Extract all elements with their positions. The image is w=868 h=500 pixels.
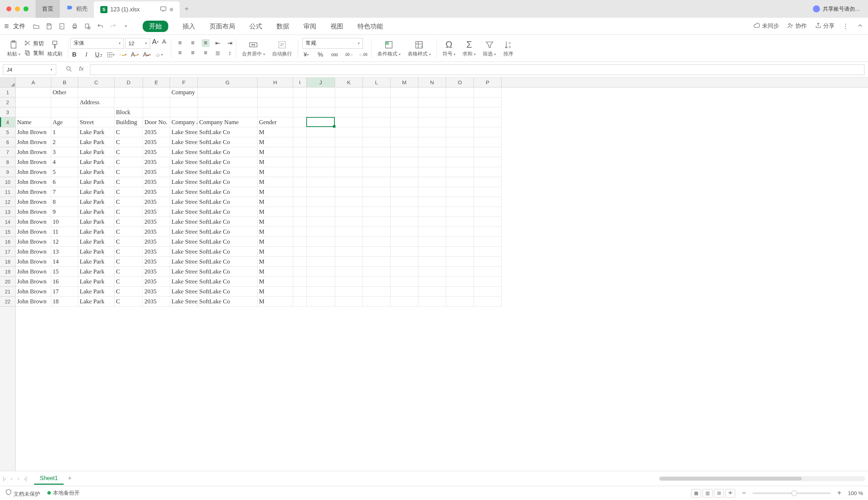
cell-I4[interactable] bbox=[293, 117, 307, 127]
cell-P9[interactable] bbox=[474, 167, 502, 177]
underline-button[interactable]: U▾ bbox=[95, 51, 102, 59]
column-header-F[interactable]: F bbox=[170, 78, 198, 87]
row-header-7[interactable]: 7 bbox=[0, 147, 15, 157]
cell-O7[interactable] bbox=[446, 147, 474, 157]
sort-button[interactable]: 09 排序 bbox=[499, 35, 517, 62]
cell-L11[interactable] bbox=[363, 187, 391, 197]
cell-P1[interactable] bbox=[474, 87, 502, 97]
cell-P3[interactable] bbox=[474, 107, 502, 117]
cell-H1[interactable] bbox=[258, 87, 293, 97]
cell-B1[interactable]: Other bbox=[51, 87, 78, 97]
cell-E6[interactable]: 2035 bbox=[143, 137, 170, 147]
cell-J22[interactable] bbox=[307, 297, 335, 307]
cell-O8[interactable] bbox=[446, 157, 474, 167]
cell-E15[interactable]: 2035 bbox=[143, 227, 170, 237]
cell-C19[interactable]: Lake Park bbox=[78, 267, 115, 277]
cell-G5[interactable]: SoftLake Co bbox=[198, 127, 258, 137]
zoom-percent[interactable]: 100 % bbox=[848, 490, 863, 496]
cell-E18[interactable]: 2035 bbox=[143, 257, 170, 267]
cell-L14[interactable] bbox=[363, 217, 391, 227]
cell-C13[interactable]: Lake Park bbox=[78, 207, 115, 217]
cell-K20[interactable] bbox=[335, 277, 363, 287]
cell-N21[interactable] bbox=[418, 287, 446, 297]
cell-D5[interactable]: C bbox=[115, 127, 143, 137]
align-bottom-icon[interactable]: ≡ bbox=[202, 39, 210, 47]
sheet-last-button[interactable]: ›| bbox=[24, 476, 27, 482]
cell-C17[interactable]: Lake Park bbox=[78, 247, 115, 257]
font-size-dropdown[interactable]: 12▾ bbox=[125, 38, 150, 49]
font-name-dropdown[interactable]: 宋体▾ bbox=[70, 38, 124, 49]
cell-A22[interactable]: John Brown bbox=[16, 297, 51, 307]
cell-M8[interactable] bbox=[391, 157, 418, 167]
cell-C18[interactable]: Lake Park bbox=[78, 257, 115, 267]
cell-B17[interactable]: 13 bbox=[51, 247, 78, 257]
page-break-view-icon[interactable]: ⊞ bbox=[714, 489, 724, 498]
column-header-D[interactable]: D bbox=[115, 78, 143, 87]
cell-K9[interactable] bbox=[335, 167, 363, 177]
cell-G8[interactable]: SoftLake Co bbox=[198, 157, 258, 167]
cell-L13[interactable] bbox=[363, 207, 391, 217]
cell-C15[interactable]: Lake Park bbox=[78, 227, 115, 237]
cell-I14[interactable] bbox=[293, 217, 307, 227]
cell-M18[interactable] bbox=[391, 257, 418, 267]
undo-icon[interactable] bbox=[96, 22, 104, 30]
cell-M4[interactable] bbox=[391, 117, 418, 127]
cell-D10[interactable]: C bbox=[115, 177, 143, 187]
row-header-12[interactable]: 12 bbox=[0, 197, 15, 207]
cell-F4[interactable]: Company Address bbox=[170, 117, 198, 127]
row-header-21[interactable]: 21 bbox=[0, 287, 15, 297]
cell-J1[interactable] bbox=[307, 87, 335, 97]
cell-L4[interactable] bbox=[363, 117, 391, 127]
tab-home[interactable]: 首页 bbox=[36, 0, 60, 18]
cell-M20[interactable] bbox=[391, 277, 418, 287]
cell-J15[interactable] bbox=[307, 227, 335, 237]
cell-H14[interactable]: M bbox=[258, 217, 293, 227]
cell-P12[interactable] bbox=[474, 197, 502, 207]
cell-H11[interactable]: M bbox=[258, 187, 293, 197]
zoom-slider[interactable] bbox=[752, 493, 831, 494]
more-menu[interactable]: ⋮ bbox=[842, 22, 849, 30]
cell-A8[interactable]: John Brown bbox=[16, 157, 51, 167]
column-header-C[interactable]: C bbox=[78, 78, 115, 87]
cell-C1[interactable] bbox=[78, 87, 115, 97]
align-top-icon[interactable]: ≡ bbox=[176, 39, 184, 47]
qat-more[interactable]: ▾ bbox=[122, 22, 130, 30]
cell-L20[interactable] bbox=[363, 277, 391, 287]
cell-N19[interactable] bbox=[418, 267, 446, 277]
cell-B7[interactable]: 3 bbox=[51, 147, 78, 157]
menutab-formula[interactable]: 公式 bbox=[249, 22, 262, 31]
row-header-15[interactable]: 15 bbox=[0, 227, 15, 237]
cell-A4[interactable]: Name bbox=[16, 117, 51, 127]
cell-M6[interactable] bbox=[391, 137, 418, 147]
cell-O6[interactable] bbox=[446, 137, 474, 147]
cell-O10[interactable] bbox=[446, 177, 474, 187]
cell-O4[interactable] bbox=[446, 117, 474, 127]
cell-O9[interactable] bbox=[446, 167, 474, 177]
cell-E1[interactable] bbox=[143, 87, 170, 97]
cell-A3[interactable] bbox=[16, 107, 51, 117]
cell-C2[interactable]: Address bbox=[78, 97, 115, 107]
cell-A11[interactable]: John Brown bbox=[16, 187, 51, 197]
row-header-8[interactable]: 8 bbox=[0, 157, 15, 167]
cell-L6[interactable] bbox=[363, 137, 391, 147]
cell-D7[interactable]: C bbox=[115, 147, 143, 157]
name-box[interactable]: J4▾ bbox=[3, 64, 56, 75]
select-all-corner[interactable] bbox=[0, 78, 16, 87]
cell-H13[interactable]: M bbox=[258, 207, 293, 217]
cell-G6[interactable]: SoftLake Co bbox=[198, 137, 258, 147]
column-header-E[interactable]: E bbox=[143, 78, 170, 87]
cell-I15[interactable] bbox=[293, 227, 307, 237]
cell-M21[interactable] bbox=[391, 287, 418, 297]
cell-M2[interactable] bbox=[391, 97, 418, 107]
column-header-H[interactable]: H bbox=[258, 78, 293, 87]
sheet-tab-1[interactable]: Sheet1 bbox=[34, 472, 64, 485]
cell-F5[interactable]: Lake Street bbox=[170, 127, 198, 137]
cell-J10[interactable] bbox=[307, 177, 335, 187]
cell-F3[interactable] bbox=[170, 107, 198, 117]
cell-G19[interactable]: SoftLake Co bbox=[198, 267, 258, 277]
cell-P4[interactable] bbox=[474, 117, 502, 127]
cell-L5[interactable] bbox=[363, 127, 391, 137]
increase-decimal-icon[interactable]: .00→ bbox=[345, 51, 353, 59]
cell-E4[interactable]: Door No. bbox=[143, 117, 170, 127]
cell-H5[interactable]: M bbox=[258, 127, 293, 137]
